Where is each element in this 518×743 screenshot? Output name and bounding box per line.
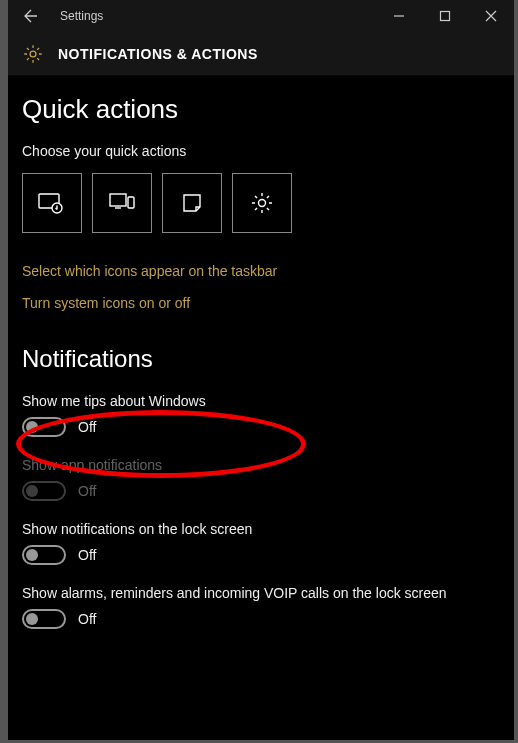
- connect-icon: [108, 191, 136, 215]
- tablet-mode-icon: [38, 191, 66, 215]
- setting-lock-screen: Show notifications on the lock screen Of…: [22, 521, 500, 565]
- settings-window: Settings NOTIFICAT: [8, 0, 514, 740]
- settings-gear-icon: [22, 43, 44, 65]
- close-button[interactable]: [468, 0, 514, 32]
- setting-alarms-voip: Show alarms, reminders and incoming VOIP…: [22, 585, 500, 629]
- back-button[interactable]: [8, 0, 54, 32]
- content-area: Quick actions Choose your quick actions: [8, 76, 514, 659]
- note-icon: [181, 192, 203, 214]
- app-title: Settings: [54, 9, 103, 23]
- svg-point-1: [30, 51, 36, 57]
- quick-actions-subtext: Choose your quick actions: [22, 143, 500, 159]
- minimize-button[interactable]: [376, 0, 422, 32]
- maximize-button[interactable]: [422, 0, 468, 32]
- maximize-icon: [439, 10, 451, 22]
- setting-show-tips: Show me tips about Windows Off: [22, 393, 500, 437]
- setting-app-notifications: Show app notifications Off: [22, 457, 500, 501]
- all-settings-icon: [250, 191, 274, 215]
- titlebar: Settings: [8, 0, 514, 32]
- link-system-icons[interactable]: Turn system icons on or off: [22, 295, 500, 311]
- arrow-left-icon: [23, 8, 39, 24]
- quick-actions-heading: Quick actions: [22, 94, 500, 125]
- page-title: NOTIFICATIONS & ACTIONS: [58, 46, 258, 62]
- toggle-show-tips[interactable]: [22, 417, 66, 437]
- setting-label: Show alarms, reminders and incoming VOIP…: [22, 585, 500, 601]
- toggle-state: Off: [78, 419, 96, 435]
- setting-label: Show me tips about Windows: [22, 393, 500, 409]
- toggle-state: Off: [78, 483, 96, 499]
- minimize-icon: [393, 10, 405, 22]
- svg-point-6: [259, 200, 266, 207]
- setting-label: Show app notifications: [22, 457, 500, 473]
- page-header: NOTIFICATIONS & ACTIONS: [8, 32, 514, 76]
- quick-action-note[interactable]: [162, 173, 222, 233]
- notifications-heading: Notifications: [22, 345, 500, 373]
- toggle-alarms-voip[interactable]: [22, 609, 66, 629]
- quick-action-all-settings[interactable]: [232, 173, 292, 233]
- close-icon: [485, 10, 497, 22]
- svg-rect-5: [128, 197, 134, 208]
- quick-action-tablet-mode[interactable]: [22, 173, 82, 233]
- toggle-lock-screen[interactable]: [22, 545, 66, 565]
- svg-rect-0: [441, 12, 450, 21]
- quick-actions-row: [22, 173, 500, 233]
- link-taskbar-icons[interactable]: Select which icons appear on the taskbar: [22, 263, 500, 279]
- quick-action-connect[interactable]: [92, 173, 152, 233]
- toggle-state: Off: [78, 611, 96, 627]
- svg-rect-4: [110, 194, 126, 206]
- setting-label: Show notifications on the lock screen: [22, 521, 500, 537]
- toggle-app-notifications: [22, 481, 66, 501]
- toggle-state: Off: [78, 547, 96, 563]
